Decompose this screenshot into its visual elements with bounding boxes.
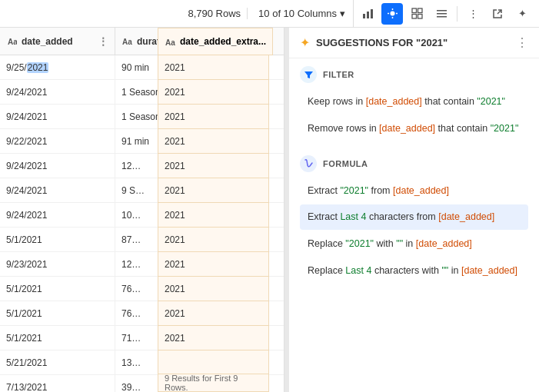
cell-date: 9/24/2021 (0, 154, 115, 178)
chevron-down-icon: ▾ (340, 8, 345, 19)
list-icon-btn[interactable] (431, 3, 452, 25)
cell-date: 5/1/2021 (0, 301, 115, 325)
overlay-cell: 2021 (158, 55, 268, 80)
svg-rect-0 (363, 14, 365, 18)
cell-date: 9/25/2021 (0, 55, 115, 79)
grid-icon-btn[interactable] (406, 3, 428, 25)
overlay-footer: 9 Results for First 9 Rows. (158, 374, 269, 392)
columns-label: 10 of 10 Columns (258, 8, 337, 19)
collapse-icon-btn[interactable]: ✦ (511, 3, 533, 25)
text-type-icon: Aa (6, 36, 17, 47)
overlay-cell: 2021 (158, 105, 268, 129)
field-ref: [date_added] (366, 96, 422, 107)
field-ref: [date_added] (379, 123, 435, 134)
formula-replace-last4-item[interactable]: Replace Last 4 characters with "" in [da… (300, 258, 528, 284)
formula-icon (300, 155, 317, 172)
svg-rect-10 (412, 15, 417, 19)
overlay-cell: 2021 (158, 252, 268, 277)
svg-rect-8 (412, 8, 417, 13)
svg-text:Aa: Aa (165, 38, 175, 47)
suggestions-header: ✦ SUGGESTIONS FOR "2021" ⋮ (289, 28, 539, 58)
filter-icon (300, 66, 317, 83)
value-empty-ref: "" (441, 265, 448, 276)
suggestions-title: SUGGESTIONS FOR "2021" (316, 37, 510, 48)
cell-date: 9/22/2021 (0, 129, 115, 153)
filter-section-header: FILTER (300, 66, 528, 83)
col-header-extra: Aa date_added_extra... (158, 28, 273, 55)
overlay-cell: 2021 (158, 129, 268, 154)
overlay-cell: 2021 (158, 277, 268, 301)
overlay-cell: 2021 (158, 326, 268, 350)
svg-rect-14 (437, 16, 447, 18)
filter-section-label: FILTER (323, 70, 354, 79)
col-date-menu-icon[interactable]: ⋮ (98, 35, 108, 48)
field-ref: [date_added] (461, 265, 517, 276)
svg-rect-9 (418, 8, 422, 13)
cell-date: 5/1/2021 (0, 228, 115, 251)
highlight: 2021 (27, 62, 49, 73)
svg-rect-11 (418, 15, 422, 19)
field-ref: [date_added] (438, 211, 494, 222)
formula-extract-string-item[interactable]: Extract "2021" from [date_added] (300, 178, 528, 204)
suggestions-menu-icon[interactable]: ⋮ (516, 35, 528, 50)
text-type-icon-2: Aa (121, 36, 132, 47)
field-ref: [date_added] (416, 238, 472, 249)
external-link-icon-btn[interactable] (487, 3, 508, 25)
overlay-cell: 2021 (158, 178, 268, 203)
cell-date: 9/24/2021 (0, 80, 115, 104)
overlay-cell: 2021 (158, 228, 268, 252)
overlay-cell: 2021 (158, 203, 268, 228)
formula-section-label: FORMULA (323, 159, 368, 168)
columns-selector[interactable]: 10 of 10 Columns ▾ (251, 0, 354, 27)
formula-section: FORMULA Extract "2021" from [date_added]… (289, 148, 539, 290)
value-ref: "2021" (491, 123, 519, 134)
filter-remove-item[interactable]: Remove rows in [date_added] that contain… (300, 116, 528, 141)
overlay-footer-text: 9 Results for First 9 Rows. (165, 374, 262, 392)
value-ref: "2021" (340, 185, 368, 196)
value-ref: "2021" (345, 238, 374, 249)
svg-rect-2 (371, 9, 373, 18)
suggestions-panel: ✦ SUGGESTIONS FOR "2021" ⋮ FILTER Keep r… (289, 28, 539, 392)
cell-date: 9/24/2021 (0, 105, 115, 128)
svg-rect-13 (437, 13, 447, 15)
toolbar: 8,790 Rows 10 of 10 Columns ▾ (0, 0, 539, 28)
overlay-column: 2021 2021 2021 2021 2021 2021 2021 2021 … (158, 55, 269, 374)
value-ref: "2021" (477, 96, 505, 107)
cell-date: 9/23/2021 (0, 252, 115, 276)
suggestions-icon-btn[interactable] (381, 3, 403, 25)
cell-date: 9/24/2021 (0, 203, 115, 227)
text-type-icon-3: Aa (165, 36, 175, 47)
cell-date: 9/24/2021 (0, 178, 115, 202)
field-ref: [date_added] (393, 185, 449, 196)
overlay-cell: 2021 (158, 80, 268, 105)
table-area: Aa date_added ⋮ Aa duration ⋮ Aa (0, 28, 284, 392)
filter-keep-item[interactable]: Keep rows in [date_added] that contain "… (300, 89, 528, 115)
col-date-label: date_added (22, 36, 73, 47)
filter-section: FILTER Keep rows in [date_added] that co… (289, 58, 539, 148)
svg-text:Aa: Aa (122, 38, 132, 46)
main-area: Aa date_added ⋮ Aa duration ⋮ Aa (0, 28, 539, 392)
last4-ref: Last 4 (340, 211, 366, 222)
overlay-cell: 2021 (158, 301, 268, 326)
suggestions-star-icon: ✦ (300, 35, 310, 50)
svg-text:Aa: Aa (8, 38, 17, 46)
svg-point-3 (390, 12, 394, 16)
overlay-cell: 2021 (158, 154, 268, 178)
bar-chart-icon-btn[interactable] (357, 3, 378, 25)
col-header-date: Aa date_added ⋮ (0, 28, 115, 55)
more-icon-btn[interactable]: ⋮ (462, 3, 484, 25)
cell-date: 7/13/2021 (0, 375, 115, 392)
svg-rect-12 (437, 10, 447, 12)
last4-ref: Last 4 (345, 265, 371, 276)
col-extra-label: date_added_extra... (180, 36, 266, 47)
cell-date: 5/1/2021 (0, 326, 115, 350)
value-empty-ref: "" (396, 238, 403, 249)
formula-section-header: FORMULA (300, 155, 528, 172)
cell-date: 5/1/2021 (0, 277, 115, 301)
rows-label: 8,790 Rows (188, 8, 248, 19)
formula-replace-string-item[interactable]: Replace "2021" with "" in [date_added] (300, 231, 528, 257)
cell-date: 5/21/2021 (0, 350, 115, 374)
formula-extract-last4-item[interactable]: Extract Last 4 characters from [date_add… (300, 204, 528, 230)
svg-rect-1 (367, 12, 369, 18)
